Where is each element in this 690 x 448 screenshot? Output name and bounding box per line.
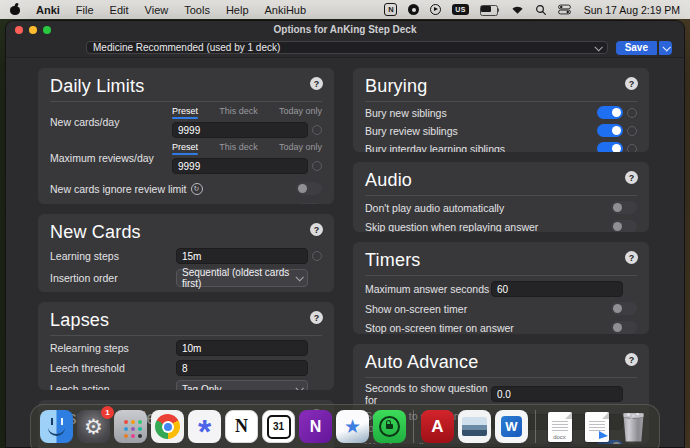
menu-bar-clock[interactable]: Sun 17 Aug 2:19 PM xyxy=(584,4,680,16)
help-icon[interactable]: ? xyxy=(625,251,638,264)
preset-dropdown[interactable]: Medicine Recommended (used by 1 deck) xyxy=(86,41,608,54)
chevron-down-icon xyxy=(295,273,303,281)
seconds-show-question-input[interactable] xyxy=(491,386,623,402)
help-icon[interactable]: ? xyxy=(310,311,323,324)
dock-chrome-icon[interactable] xyxy=(151,410,184,443)
skip-question-toggle[interactable] xyxy=(611,220,637,232)
section-audio: Audio ? Don't play audio automatically S… xyxy=(353,162,649,232)
ignore-review-limit-toggle[interactable] xyxy=(296,182,322,195)
play-status-icon[interactable] xyxy=(430,4,441,15)
dock-screenshot-file-icon[interactable] xyxy=(458,410,491,443)
keyboard-input-icon[interactable]: US xyxy=(452,4,468,15)
dock-anki-icon[interactable]: * xyxy=(188,410,221,443)
row-show-timer: Show on-screen timer xyxy=(365,302,637,315)
new-cards-per-day-input[interactable] xyxy=(172,122,308,138)
spotlight-search-icon[interactable] xyxy=(535,4,547,16)
menu-ankihub[interactable]: AnkiHub xyxy=(265,4,307,16)
tab-today-only[interactable]: Today only xyxy=(279,106,322,119)
tab-this-deck[interactable]: This deck xyxy=(219,106,258,119)
dock-separator xyxy=(535,410,536,443)
row-label: Bury review siblings xyxy=(365,125,458,137)
row-label: Don't play audio automatically xyxy=(365,202,504,214)
tab-preset[interactable]: Preset xyxy=(172,142,198,155)
insertion-order-select[interactable]: Sequential (oldest cards first) xyxy=(176,269,308,287)
menu-tools[interactable]: Tools xyxy=(184,4,210,16)
help-icon[interactable]: ? xyxy=(310,77,323,90)
apple-menu-icon[interactable] xyxy=(10,4,20,15)
divider xyxy=(50,335,322,336)
section-title: Burying xyxy=(365,76,637,96)
save-button[interactable]: Save xyxy=(616,41,657,55)
control-center-icon[interactable] xyxy=(558,4,571,15)
app-status-icon[interactable] xyxy=(408,4,419,15)
row-label: Show on-screen timer xyxy=(365,303,467,315)
dock-launchpad-icon[interactable] xyxy=(114,410,147,443)
wifi-icon[interactable] xyxy=(511,4,524,15)
help-icon[interactable]: ? xyxy=(625,171,638,184)
learning-steps-input[interactable] xyxy=(176,248,308,264)
row-label: Maximum reviews/day xyxy=(50,152,154,164)
tab-this-deck[interactable]: This deck xyxy=(219,142,258,155)
row-label: New cards/day xyxy=(50,116,119,128)
dock-notion-icon[interactable]: N xyxy=(225,410,258,443)
scope-tabs: Preset This deck Today only xyxy=(172,142,322,155)
revert-indicator[interactable] xyxy=(627,126,637,136)
menu-file[interactable]: File xyxy=(76,4,94,16)
menu-edit[interactable]: Edit xyxy=(110,4,129,16)
dock-onenote-icon[interactable]: N xyxy=(299,410,332,443)
row-label: Maximum answer seconds xyxy=(365,283,489,295)
window-titlebar[interactable]: Options for AnKing Step Deck xyxy=(6,21,684,38)
relearning-steps-input[interactable] xyxy=(176,340,308,356)
tab-preset[interactable]: Preset xyxy=(172,106,198,119)
leech-action-select[interactable]: Tag Only xyxy=(176,380,308,390)
dock-docx-file-icon[interactable]: docx xyxy=(543,410,576,443)
desktop: Anki File Edit View Tools Help AnkiHub N… xyxy=(0,0,690,448)
help-icon[interactable]: ? xyxy=(310,223,323,236)
dock-download-file-icon[interactable] xyxy=(580,410,613,443)
show-timer-toggle[interactable] xyxy=(611,302,637,315)
limits-start-from-top-toggle[interactable] xyxy=(296,203,322,204)
gear-icon: ⚙ xyxy=(84,415,103,439)
bury-interday-siblings-toggle[interactable] xyxy=(597,142,623,152)
menu-view[interactable]: View xyxy=(145,4,169,16)
row-new-cards-per-day: New cards/day Preset This deck Today onl… xyxy=(50,106,322,138)
row-leech-threshold: Leech threshold xyxy=(50,360,322,376)
notification-badge: 1 xyxy=(101,406,114,419)
battery-icon[interactable] xyxy=(480,5,500,15)
revert-indicator[interactable] xyxy=(312,161,322,171)
menu-anki[interactable]: Anki xyxy=(36,4,60,16)
revert-indicator[interactable] xyxy=(312,251,322,261)
window-title: Options for AnKing Step Deck xyxy=(6,24,684,35)
dock-finder-icon[interactable] xyxy=(40,410,73,443)
menu-help[interactable]: Help xyxy=(226,4,249,16)
max-reviews-per-day-input[interactable] xyxy=(172,158,308,174)
bury-review-siblings-toggle[interactable] xyxy=(597,124,623,137)
dock-trash-icon[interactable] xyxy=(617,410,650,443)
section-new-cards: New Cards ? Learning steps Insertion ord… xyxy=(38,214,334,292)
revert-indicator[interactable] xyxy=(312,125,322,135)
row-label: Skip question when replaying answer xyxy=(365,221,538,233)
help-icon[interactable]: ? xyxy=(625,353,638,366)
section-lapses: Lapses ? Relearning steps Leech threshol… xyxy=(38,302,334,390)
dock-acrobat-icon[interactable]: A xyxy=(421,410,454,443)
row-skip-question: Skip question when replaying answer xyxy=(365,220,637,232)
row-label: New cards ignore review limit ↻ xyxy=(50,183,203,195)
dont-play-audio-toggle[interactable] xyxy=(611,201,637,214)
dock-system-settings-icon[interactable]: ⚙ 1 xyxy=(77,410,110,443)
row-label: Leech threshold xyxy=(50,362,125,374)
dock-notion-calendar-icon[interactable]: 31 xyxy=(262,410,295,443)
revert-indicator[interactable] xyxy=(627,108,637,118)
bury-new-siblings-toggle[interactable] xyxy=(597,106,623,119)
revert-indicator[interactable] xyxy=(627,144,637,153)
dock-ankihub-icon[interactable]: ★ xyxy=(336,410,369,443)
dock-word-icon[interactable]: W xyxy=(495,410,528,443)
dock-vpn-icon[interactable] xyxy=(373,410,406,443)
leech-threshold-input[interactable] xyxy=(176,360,308,376)
stop-timer-toggle[interactable] xyxy=(611,321,637,334)
save-options-dropdown-button[interactable] xyxy=(659,41,672,55)
tab-today-only[interactable]: Today only xyxy=(279,142,322,155)
notion-status-icon[interactable]: N xyxy=(384,3,397,16)
help-icon[interactable]: ? xyxy=(625,77,638,90)
max-answer-seconds-input[interactable] xyxy=(491,281,623,297)
divider xyxy=(365,101,637,102)
